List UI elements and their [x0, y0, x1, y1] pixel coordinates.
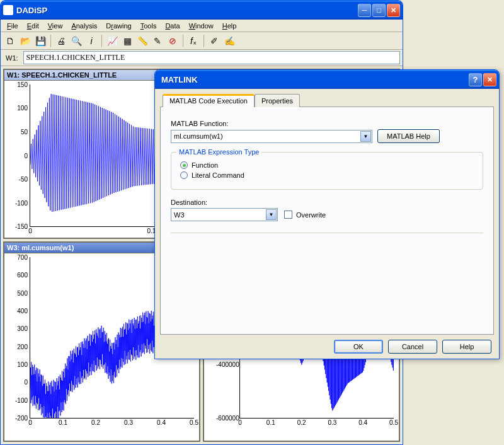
main-titlebar[interactable]: DADiSP ─ □ ✕: [1, 1, 403, 20]
app-title: DADiSP: [16, 6, 358, 15]
minimize-button[interactable]: ─: [358, 4, 371, 17]
separator: [171, 233, 483, 233]
menubar: File Edit View Analysis Drawing Tools Da…: [1, 20, 403, 32]
menu-drawing[interactable]: Drawing: [102, 21, 135, 30]
preview-icon[interactable]: 🔍: [69, 34, 83, 48]
menu-edit[interactable]: Edit: [23, 21, 43, 30]
destination-value: W3: [174, 211, 185, 219]
tab-code-execution[interactable]: MATLAB Code Execution: [163, 94, 255, 107]
ok-button[interactable]: OK: [334, 340, 383, 354]
app-icon: [3, 5, 13, 15]
info-icon[interactable]: i: [84, 34, 98, 48]
menu-window[interactable]: Window: [185, 21, 217, 30]
dialog-title: MATLINK: [158, 75, 469, 84]
maximize-button[interactable]: □: [372, 4, 386, 17]
menu-tools[interactable]: Tools: [137, 21, 161, 30]
dialog-titlebar[interactable]: MATLINK ? ✕: [155, 70, 499, 89]
close-button[interactable]: ✕: [387, 4, 400, 17]
edit-icon[interactable]: ✐: [207, 34, 221, 48]
formula-bar: W1:: [1, 50, 403, 66]
save-icon[interactable]: 💾: [33, 34, 47, 48]
radio-literal[interactable]: Literal Command: [180, 170, 474, 180]
dialog-buttons: OK Cancel Help: [160, 335, 494, 354]
ruler-icon[interactable]: 📏: [135, 34, 149, 48]
stop-icon[interactable]: ⊘: [166, 34, 180, 48]
expression-type-legend: MATLAB Expression Type: [176, 148, 261, 156]
dialog-close-button[interactable]: ✕: [483, 73, 496, 86]
help-button[interactable]: Help: [442, 340, 491, 354]
radio-function[interactable]: Function: [180, 160, 474, 170]
function-label: MATLAB Function:: [171, 120, 483, 127]
overwrite-label: Overwrite: [296, 211, 326, 219]
destination-combo[interactable]: W3 ▼: [171, 208, 278, 221]
fx-icon[interactable]: fₓ: [186, 34, 200, 48]
radio-icon: [180, 171, 188, 179]
menu-analysis[interactable]: Analysis: [67, 21, 101, 30]
destination-label: Destination:: [171, 199, 483, 206]
separator-icon: [101, 35, 102, 47]
function-value: ml.cumsum(w1): [174, 132, 223, 140]
formula-input[interactable]: [23, 51, 400, 64]
cancel-button[interactable]: Cancel: [388, 340, 437, 354]
checkbox-icon: [284, 211, 292, 219]
chevron-down-icon[interactable]: ▼: [360, 131, 371, 142]
pencil-icon[interactable]: ✎: [151, 34, 164, 48]
matlab-help-button[interactable]: MATLAB Help: [377, 129, 440, 143]
function-combo[interactable]: ml.cumsum(w1) ▼: [171, 130, 372, 143]
matlink-dialog: MATLINK ? ✕ MATLAB Code Execution Proper…: [154, 69, 500, 359]
tab-panel: MATLAB Function: ml.cumsum(w1) ▼ MATLAB …: [160, 107, 494, 335]
expression-type-group: MATLAB Expression Type Function Literal …: [171, 152, 483, 190]
chart-icon[interactable]: 📈: [105, 34, 119, 48]
separator-icon: [50, 35, 51, 47]
open-icon[interactable]: 📂: [18, 34, 32, 48]
radio-literal-label: Literal Command: [192, 171, 244, 179]
separator-icon: [183, 35, 183, 47]
menu-view[interactable]: View: [44, 21, 67, 30]
tab-properties[interactable]: Properties: [255, 94, 300, 107]
menu-data[interactable]: Data: [161, 21, 183, 30]
toolbar: 🗋 📂 💾 🖨 🔍 i 📈 ▦ 📏 ✎ ⊘ fₓ ✐ ✍: [1, 32, 403, 50]
tab-strip: MATLAB Code Execution Properties: [163, 94, 494, 107]
print-icon[interactable]: 🖨: [54, 34, 68, 48]
new-icon[interactable]: 🗋: [3, 34, 17, 48]
radio-icon: [180, 161, 188, 169]
note-icon[interactable]: ✍: [222, 34, 236, 48]
overwrite-checkbox[interactable]: Overwrite: [284, 209, 326, 220]
menu-help[interactable]: Help: [219, 21, 241, 30]
menu-file[interactable]: File: [3, 21, 22, 30]
chevron-down-icon[interactable]: ▼: [266, 209, 277, 220]
dialog-help-icon[interactable]: ?: [469, 73, 482, 86]
separator-icon: [203, 35, 204, 47]
radio-function-label: Function: [192, 161, 218, 169]
formula-label: W1:: [3, 53, 21, 63]
grid-icon[interactable]: ▦: [120, 34, 134, 48]
